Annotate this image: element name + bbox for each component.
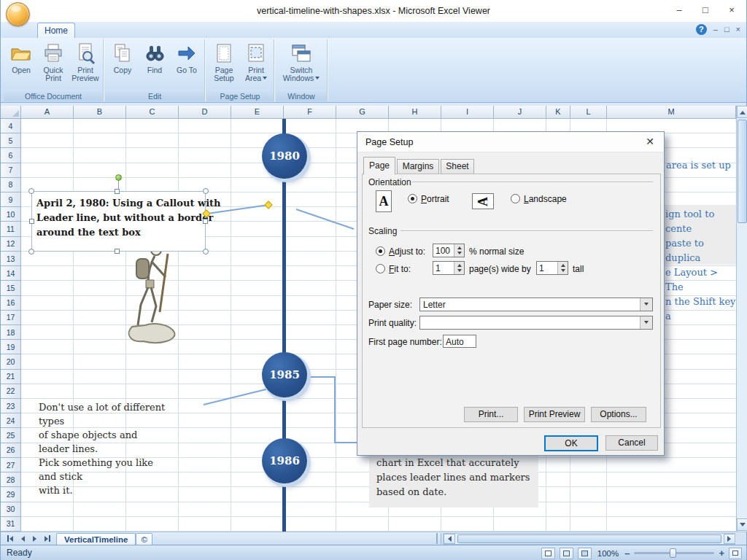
rotation-handle[interactable] [115, 174, 122, 181]
note-textbox[interactable]: Don't use a lot of different types of sh… [39, 400, 170, 497]
dialog-tab-sheet[interactable]: Sheet [441, 159, 474, 174]
row-header-4[interactable]: 4 [1, 119, 21, 133]
first-sheet-button[interactable] [5, 534, 15, 543]
last-sheet-button[interactable] [42, 534, 52, 543]
print-preview-dialog-button[interactable]: Print Preview [524, 407, 585, 422]
row-header-5[interactable]: 5 [1, 133, 21, 148]
selection-handle[interactable] [115, 189, 120, 194]
row-header-20[interactable]: 20 [1, 354, 21, 369]
selection-handle[interactable] [203, 219, 208, 224]
switch-windows-button[interactable]: Switch Windows [278, 40, 325, 92]
row-header-9[interactable]: 9 [1, 192, 21, 207]
spinner-arrows[interactable] [454, 262, 464, 274]
timeline-year-1980[interactable]: 1980 [262, 133, 307, 179]
row-header-29[interactable]: 29 [1, 487, 21, 502]
row-header-26[interactable]: 26 [1, 443, 21, 458]
right-gray-box[interactable]: ign tool to cente paste to duplica e Lay… [662, 205, 736, 265]
sheet-tab-verticaltimeline[interactable]: VerticalTimeline [56, 533, 136, 545]
maximize-icon[interactable]: □ [692, 0, 719, 20]
column-header-M[interactable]: M [607, 106, 736, 119]
portrait-label[interactable]: Portrait [421, 194, 449, 204]
landscape-radio[interactable] [511, 194, 520, 203]
callout-textbox[interactable]: April 2, 1980: Using a Callout with Lead… [31, 191, 206, 252]
cancel-button[interactable]: Cancel [605, 435, 658, 451]
row-header-30[interactable]: 30 [1, 502, 21, 517]
row-header-16[interactable]: 16 [1, 296, 21, 311]
column-header-F[interactable]: F [284, 106, 336, 119]
page-setup-button[interactable]: Page Setup [209, 40, 239, 92]
row-header-13[interactable]: 13 [1, 252, 21, 266]
workbook-minimize-icon[interactable]: – [713, 24, 718, 35]
print-area-button[interactable]: Print Area [241, 40, 271, 92]
selection-handle[interactable] [28, 249, 34, 254]
copy-button[interactable]: Copy [107, 40, 138, 92]
selection-handle[interactable] [203, 188, 209, 194]
column-header-G[interactable]: G [336, 106, 389, 119]
first-page-number-field[interactable]: Auto [443, 335, 476, 348]
workbook-close-icon[interactable]: × [736, 24, 740, 35]
previous-sheet-button[interactable] [18, 534, 27, 543]
zoom-to-selection-button[interactable] [729, 548, 742, 559]
row-header-25[interactable]: 25 [1, 428, 21, 443]
row-header-12[interactable]: 12 [1, 237, 21, 252]
ok-button[interactable]: OK [544, 435, 598, 451]
row-header-7[interactable]: 7 [1, 163, 21, 178]
close-icon[interactable]: × [719, 0, 745, 20]
dialog-title-bar[interactable]: Page Setup ✕ [357, 132, 664, 152]
horizontal-scrollbar[interactable] [443, 533, 736, 545]
landscape-label[interactable]: Landscape [524, 194, 567, 204]
row-header-28[interactable]: 28 [1, 472, 21, 487]
selection-handle[interactable] [115, 249, 120, 254]
sheet-tab-copyright[interactable]: © [136, 533, 152, 545]
row-header-14[interactable]: 14 [1, 266, 21, 281]
column-header-D[interactable]: D [179, 106, 231, 119]
zoom-out-icon[interactable]: – [624, 548, 630, 559]
timeline-year-1985[interactable]: 1985 [262, 352, 307, 397]
page-layout-view-button[interactable] [560, 548, 573, 559]
vertical-scrollbar-thumb[interactable] [738, 120, 747, 223]
zoom-in-icon[interactable]: + [719, 548, 724, 559]
normal-view-button[interactable] [541, 548, 555, 559]
office-button[interactable] [6, 2, 30, 26]
dialog-tab-page[interactable]: Page [363, 157, 395, 175]
column-header-K[interactable]: K [546, 106, 570, 119]
quick-print-button[interactable]: Quick Print [38, 40, 69, 92]
open-button[interactable]: Open [6, 40, 36, 92]
column-header-E[interactable]: E [231, 106, 284, 119]
portrait-radio[interactable] [408, 194, 417, 203]
row-header-22[interactable]: 22 [1, 384, 21, 399]
minimize-icon[interactable]: – [666, 0, 692, 20]
vertical-scrollbar[interactable] [736, 106, 747, 532]
next-sheet-button[interactable] [30, 534, 39, 543]
scroll-right-button[interactable] [724, 534, 735, 544]
print-button[interactable]: Print... [464, 407, 518, 422]
page-break-view-button[interactable] [578, 548, 592, 559]
select-all-corner[interactable] [1, 106, 21, 119]
row-header-17[interactable]: 17 [1, 311, 21, 325]
print-quality-dropdown[interactable] [419, 316, 653, 330]
dropdown-button[interactable] [640, 316, 652, 329]
scroll-left-button[interactable] [444, 534, 455, 544]
adjust-to-label[interactable]: Adjust to: [389, 246, 425, 257]
row-header-31[interactable]: 31 [1, 517, 21, 532]
find-button[interactable]: Find [139, 40, 170, 92]
zoom-slider-thumb[interactable] [670, 548, 676, 558]
print-preview-button[interactable]: Print Preview [70, 40, 101, 92]
row-header-27[interactable]: 27 [1, 458, 21, 472]
adjust-to-radio[interactable] [376, 246, 385, 256]
fit-to-wide-spinner[interactable]: 1 [433, 261, 465, 275]
column-header-L[interactable]: L [570, 106, 607, 119]
row-header-19[interactable]: 19 [1, 340, 21, 354]
row-header-23[interactable]: 23 [1, 399, 21, 413]
row-header-18[interactable]: 18 [1, 325, 21, 340]
fit-to-label[interactable]: Fit to: [389, 264, 411, 274]
selection-handle[interactable] [203, 249, 209, 254]
spinner-arrows[interactable] [454, 244, 464, 257]
fit-to-tall-spinner[interactable]: 1 [536, 261, 568, 275]
paper-size-dropdown[interactable]: Letter [419, 298, 653, 311]
selection-handle[interactable] [28, 188, 34, 194]
column-header-C[interactable]: C [126, 106, 179, 119]
column-header-I[interactable]: I [441, 106, 494, 119]
hiker-clipart[interactable] [110, 241, 190, 349]
timeline-year-1986[interactable]: 1986 [262, 438, 307, 483]
